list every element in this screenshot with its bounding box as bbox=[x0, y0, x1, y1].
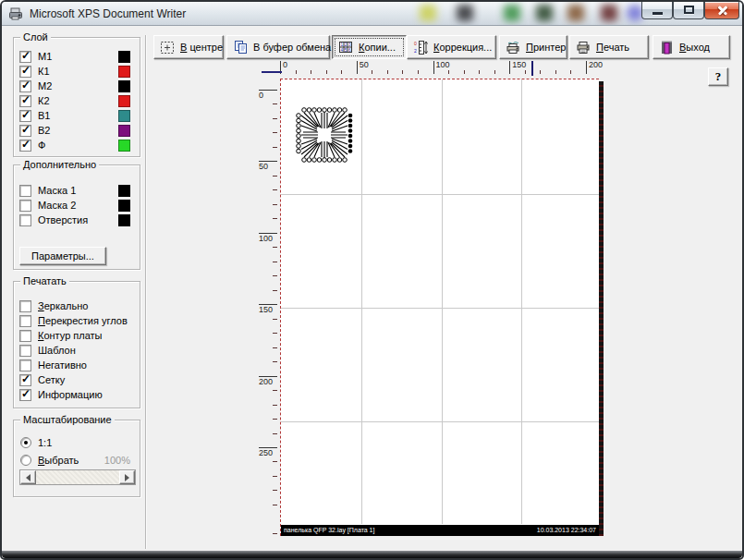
ruler-label: 200 bbox=[589, 60, 603, 69]
option-row-mask-1[interactable]: Маска 1 bbox=[14, 185, 140, 198]
checkbox-holes[interactable] bbox=[19, 214, 31, 226]
option-row-k1[interactable]: К1 bbox=[14, 66, 140, 79]
ruler-tick-minor bbox=[479, 70, 480, 74]
checkbox-k1[interactable] bbox=[19, 66, 31, 78]
ruler-tick-minor bbox=[273, 147, 277, 148]
scale-option-choose[interactable]: Выбрать bbox=[14, 455, 140, 468]
scale-option-label: Выбрать bbox=[38, 455, 79, 467]
radio-one-to-one[interactable] bbox=[20, 437, 31, 448]
ruler-tick-minor bbox=[418, 70, 419, 74]
option-row-board-outline[interactable]: Контур платы bbox=[14, 330, 140, 343]
toolbar-button-print[interactable]: Печать bbox=[569, 35, 649, 59]
toolbar-button-center[interactable]: В центре bbox=[153, 35, 224, 59]
option-row-holes[interactable]: Отверстия bbox=[14, 214, 140, 227]
toolbar-button-clipboard[interactable]: В буфер обмена bbox=[226, 35, 330, 59]
option-row-mask-2[interactable]: Маска 2 bbox=[14, 200, 140, 213]
checkbox-v2[interactable] bbox=[19, 125, 31, 137]
option-row-negative[interactable]: Негативно bbox=[14, 359, 140, 372]
ruler-label: 150 bbox=[259, 305, 273, 314]
option-label-board-outline: Контур платы bbox=[38, 330, 103, 342]
option-label-v1: В1 bbox=[38, 110, 50, 122]
maximize-button[interactable] bbox=[673, 2, 704, 19]
checkbox-k2[interactable] bbox=[19, 95, 31, 107]
option-label-corner-crosses: Перекрестия углов bbox=[38, 315, 128, 327]
checkbox-mirror[interactable] bbox=[19, 300, 31, 312]
toolbar-button-label: Выход bbox=[679, 42, 710, 53]
scrollbar-right-button[interactable] bbox=[119, 470, 135, 484]
checkbox-info[interactable] bbox=[19, 389, 31, 401]
color-swatch-holes bbox=[118, 214, 130, 226]
help-button[interactable]: ? bbox=[708, 67, 728, 86]
scale-option-label: 1:1 bbox=[38, 437, 52, 449]
option-row-f[interactable]: Ф bbox=[14, 140, 140, 152]
zoom-scrollbar[interactable] bbox=[19, 469, 136, 485]
desktop-glass-blob bbox=[567, 5, 584, 21]
toolbar-button-label: В центре bbox=[180, 42, 223, 53]
print-icon bbox=[576, 40, 592, 55]
checkbox-mask-2[interactable] bbox=[19, 200, 31, 212]
preview-grid-line-horizontal bbox=[281, 308, 599, 309]
ruler-label: 50 bbox=[360, 60, 369, 69]
ruler-tick-minor bbox=[555, 70, 556, 74]
toolbar-button-label: Коррекция... bbox=[433, 42, 492, 53]
parameters-button[interactable]: Параметры... bbox=[19, 247, 106, 265]
ruler-tick-minor bbox=[464, 70, 465, 74]
option-row-mirror[interactable]: Зеркально bbox=[14, 300, 140, 313]
group-title: Масштабирование bbox=[20, 414, 115, 425]
option-label-m1: М1 bbox=[38, 51, 52, 63]
checkbox-grid[interactable] bbox=[19, 374, 31, 386]
scale-option-one-to-one[interactable]: 1:1 bbox=[14, 437, 140, 450]
checkbox-m1[interactable] bbox=[19, 51, 31, 63]
ruler-tick-minor bbox=[387, 70, 388, 74]
group-title: Печатать bbox=[20, 275, 69, 286]
option-row-m2[interactable]: М2 bbox=[14, 80, 140, 93]
ruler-label: 150 bbox=[512, 60, 526, 69]
option-row-m1[interactable]: М1 bbox=[14, 51, 140, 64]
toolbar-button-label: В буфер обмена bbox=[253, 42, 331, 53]
ruler-tick-minor bbox=[273, 189, 277, 190]
ruler-tick-minor bbox=[570, 70, 571, 74]
option-row-grid[interactable]: Сетку bbox=[14, 374, 140, 387]
scrollbar-left-button[interactable] bbox=[20, 470, 36, 484]
desktop-glass-blob bbox=[504, 5, 520, 21]
ruler-tick-minor bbox=[273, 262, 277, 262]
print-preview-page: панелька QFP 32.lay [Плата 1] 10.03.2013… bbox=[280, 79, 599, 536]
ruler-label: 100 bbox=[436, 60, 450, 69]
option-row-info[interactable]: Информацию bbox=[14, 389, 140, 402]
checkbox-mask-1[interactable] bbox=[19, 185, 31, 197]
toolbar-button-printer[interactable]: Принтер bbox=[499, 35, 567, 59]
toolbar-button-correction[interactable]: 02Коррекция... bbox=[407, 35, 496, 59]
close-button[interactable] bbox=[704, 2, 739, 19]
option-row-corner-crosses[interactable]: Перекрестия углов bbox=[14, 315, 140, 328]
checkbox-v1[interactable] bbox=[19, 110, 31, 122]
checkbox-negative[interactable] bbox=[19, 359, 31, 371]
option-row-k2[interactable]: К2 bbox=[14, 95, 140, 108]
ruler-tick-major bbox=[586, 61, 587, 74]
color-swatch-v2 bbox=[118, 125, 130, 137]
checkbox-f[interactable] bbox=[19, 140, 31, 152]
checkbox-template[interactable] bbox=[19, 345, 31, 357]
file-info-text: панелька QFP 32.lay [Плата 1] bbox=[284, 525, 374, 536]
ruler-tick-minor bbox=[273, 290, 277, 291]
ruler-tick-minor bbox=[273, 419, 277, 420]
option-row-v2[interactable]: В2 bbox=[14, 125, 140, 138]
left-arrow-icon bbox=[22, 474, 30, 481]
layers-group: Слой М1К1М2К2В1В2Ф bbox=[13, 37, 140, 157]
ruler-tick-minor bbox=[311, 70, 311, 74]
option-label-mask-1: Маска 1 bbox=[38, 185, 76, 197]
radio-choose[interactable] bbox=[20, 455, 31, 466]
center-icon bbox=[160, 40, 176, 55]
option-row-template[interactable]: Шаблон bbox=[14, 345, 140, 358]
checkbox-m2[interactable] bbox=[19, 80, 31, 92]
toolbar-button-exit[interactable]: Выход bbox=[653, 35, 730, 59]
group-title: Дополнительно bbox=[20, 159, 99, 170]
ruler-tick-minor bbox=[273, 490, 277, 491]
ruler-tick-minor bbox=[273, 103, 277, 104]
minimize-button[interactable] bbox=[641, 2, 673, 19]
toolbar-button-copies[interactable]: 123456Копии... bbox=[332, 35, 407, 59]
preview-grid-line-vertical bbox=[521, 79, 522, 524]
checkbox-board-outline[interactable] bbox=[19, 330, 31, 342]
toolbar-button-label: Печать bbox=[596, 42, 629, 53]
option-row-v1[interactable]: В1 bbox=[14, 110, 140, 123]
checkbox-corner-crosses[interactable] bbox=[19, 315, 31, 327]
